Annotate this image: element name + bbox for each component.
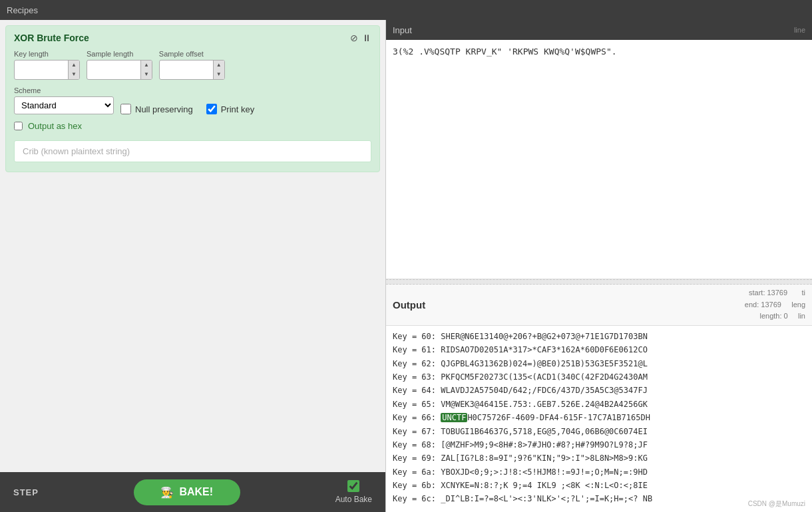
key-length-input[interactable]: 1: [15, 63, 68, 78]
key-length-label: Key length: [14, 50, 80, 58]
output-line: Key = 69: ZAL[IG?L8:8=9I";9?6"KIN;"9>:I"…: [393, 451, 805, 465]
input-title: Input: [393, 25, 412, 35]
output-meta-len-label: ti: [802, 289, 806, 297]
output-meta-end: end: 13769: [745, 301, 781, 309]
scheme-group: Scheme Standard: [14, 86, 114, 114]
xor-brute-force-card: XOR Brute Force ⊘ ⏸ Key length 1 ▲ ▼: [5, 25, 380, 172]
crib-input[interactable]: [14, 140, 371, 162]
output-meta-start: start: 13769: [749, 289, 787, 297]
null-preserving-label: Null preserving: [135, 104, 193, 114]
output-header-bar: Output start: 13769 ti end: 13769 leng l…: [386, 285, 812, 326]
auto-bake-label: Auto Bake: [335, 495, 372, 504]
checkboxes-row: Null preserving Print key: [120, 104, 254, 114]
input-text: 3(%2 .V%QSQTP KRPV_K" 'RKPWS KWQ%Q'W$QWP…: [393, 47, 617, 57]
output-section: Output start: 13769 ti end: 13769 leng l…: [386, 285, 812, 512]
output-line: Key = 67: TOBUGI1B64637G,5718,EG@5,704G,…: [393, 425, 805, 438]
scheme-label: Scheme: [14, 86, 114, 94]
sample-length-input[interactable]: 100: [87, 63, 140, 78]
xor-header-icons: ⊘ ⏸: [350, 33, 371, 43]
print-key-checkbox[interactable]: [206, 104, 217, 114]
output-line: Key = 65: VM@WEK3@46415E.753:.GEB7.526E.…: [393, 398, 805, 411]
output-title: Output: [393, 299, 425, 311]
output-content[interactable]: Key = 60: SHER@N6E13140@+206?+B@G2+073@+…: [386, 326, 812, 512]
divider: [386, 279, 812, 285]
output-line: Key = 62: QJGPBL4G31362B)024=)@BE0)251B)…: [393, 357, 805, 370]
output-line: Key = 66: UNCTFH0C75726F-4609-DFA4-615F-…: [393, 411, 805, 424]
output-line: Key = 63: PKFQCM5F20273C(135<(ACD1(340C(…: [393, 370, 805, 384]
output-meta-length: length: 0: [760, 312, 788, 320]
output-line: Key = 60: SHER@N6E13140@+206?+B@G2+073@+…: [393, 330, 805, 343]
bake-button[interactable]: 👨‍🍳 BAKE!: [134, 479, 240, 505]
key-length-buttons: ▲ ▼: [68, 61, 79, 79]
output-hex-row: Output as hex: [14, 121, 371, 131]
output-line: Key = 6c: _DI^LB:I=?=8<L'><:3'NLK>'<;?L'…: [393, 492, 805, 505]
left-spacer: [0, 178, 385, 472]
output-line: Key = 64: WLAVDJ2A57504D/642;/FDC6/437D/…: [393, 384, 805, 397]
right-panel: Input line 3(%2 .V%QSQTP KRPV_K" 'RKPWS …: [386, 20, 812, 512]
output-meta-line-label: lin: [798, 312, 805, 320]
sample-offset-spinner: 0 ▲ ▼: [159, 60, 225, 80]
auto-bake-group: Auto Bake: [335, 480, 372, 504]
recipe-header-label: Recipes: [7, 5, 38, 15]
input-line-label: line: [794, 26, 805, 34]
null-preserving-item: Null preserving: [120, 104, 193, 114]
sample-length-spinner: 100 ▲ ▼: [87, 60, 152, 80]
credit: CSDN @是Mumuzi: [748, 499, 805, 509]
step-label: STEP: [13, 487, 39, 497]
bottom-bar: STEP 👨‍🍳 BAKE! Auto Bake: [0, 472, 385, 512]
xor-cancel-button[interactable]: ⊘: [350, 33, 358, 43]
sample-offset-down[interactable]: ▼: [213, 70, 224, 79]
highlight-text: UNCTF: [441, 413, 467, 422]
scheme-row: Scheme Standard Null preserving Print ke…: [14, 86, 371, 114]
xor-pause-button[interactable]: ⏸: [362, 33, 371, 43]
sample-length-down[interactable]: ▼: [140, 70, 152, 79]
xor-card-title: XOR Brute Force: [14, 33, 89, 43]
sample-offset-buttons: ▲ ▼: [213, 61, 224, 79]
bake-icon: 👨‍🍳: [160, 486, 174, 499]
key-length-down[interactable]: ▼: [68, 70, 79, 79]
key-length-up[interactable]: ▲: [68, 61, 79, 70]
output-meta: start: 13769 ti end: 13769 leng length: …: [745, 287, 805, 322]
sample-length-buttons: ▲ ▼: [140, 61, 152, 79]
sample-length-up[interactable]: ▲: [140, 61, 152, 70]
sample-offset-input[interactable]: 0: [160, 63, 213, 78]
output-meta-leng-label: leng: [791, 301, 805, 309]
key-length-group: Key length 1 ▲ ▼: [14, 50, 80, 80]
top-bar: Recipes: [0, 0, 812, 20]
scheme-select[interactable]: Standard: [14, 96, 114, 114]
input-content: 3(%2 .V%QSQTP KRPV_K" 'RKPWS KWQ%Q'W$QWP…: [386, 40, 812, 279]
sample-offset-up[interactable]: ▲: [213, 61, 224, 70]
output-hex-label: Output as hex: [28, 121, 82, 131]
bake-label: BAKE!: [179, 486, 213, 498]
null-preserving-checkbox[interactable]: [120, 104, 131, 114]
auto-bake-checkbox[interactable]: [347, 480, 359, 492]
xor-card-header: XOR Brute Force ⊘ ⏸: [14, 33, 371, 43]
sample-length-label: Sample length: [87, 50, 152, 58]
print-key-label: Print key: [221, 104, 255, 114]
main-area: XOR Brute Force ⊘ ⏸ Key length 1 ▲ ▼: [0, 20, 812, 512]
sample-offset-group: Sample offset 0 ▲ ▼: [159, 50, 225, 80]
sample-offset-label: Sample offset: [159, 50, 225, 58]
output-line: Key = 68: [@MZHF>M9;9<8H#:8>7#JHO:#8?;H#…: [393, 438, 805, 451]
print-key-item: Print key: [206, 104, 255, 114]
key-length-spinner: 1 ▲ ▼: [14, 60, 80, 80]
output-line: Key = 61: RIDSAO7D02051A*317>*CAF3*162A*…: [393, 343, 805, 356]
output-line: Key = 6b: XCNYKE=N:8:?;K 9;=4 IKL9 ;<8K …: [393, 479, 805, 492]
left-panel: XOR Brute Force ⊘ ⏸ Key length 1 ▲ ▼: [0, 20, 386, 512]
inputs-row: Key length 1 ▲ ▼ Sample length 100: [14, 50, 371, 80]
sample-length-group: Sample length 100 ▲ ▼: [87, 50, 152, 80]
output-line: Key = 6a: YBOXJD<0;9;>:J!8:<5!HJM8!:=9J!…: [393, 465, 805, 479]
output-hex-checkbox[interactable]: [14, 122, 23, 130]
input-header: Input line: [386, 20, 812, 40]
